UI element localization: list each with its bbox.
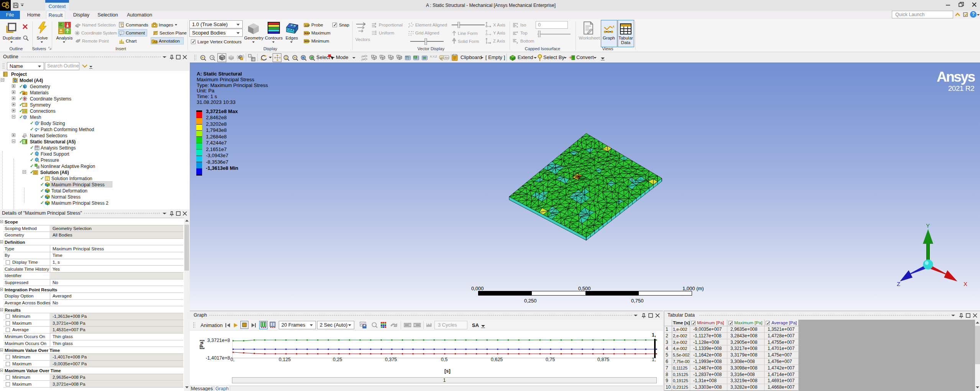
svg-text:Y: Y [926,222,930,229]
svg-text:X: X [964,281,967,287]
svg-text:x: x [516,25,518,28]
svg-text:x: x [516,41,518,44]
svg-text:123: 123 [305,24,309,27]
svg-text:i: i [47,177,48,181]
svg-text:x: x [516,31,518,33]
svg-text:Z: Z [897,281,900,287]
svg-text:x: x [516,22,518,25]
svg-text:MIN: MIN [304,40,309,43]
svg-text:MAX: MAX [304,32,310,34]
svg-text:Abc: Abc [444,56,449,59]
